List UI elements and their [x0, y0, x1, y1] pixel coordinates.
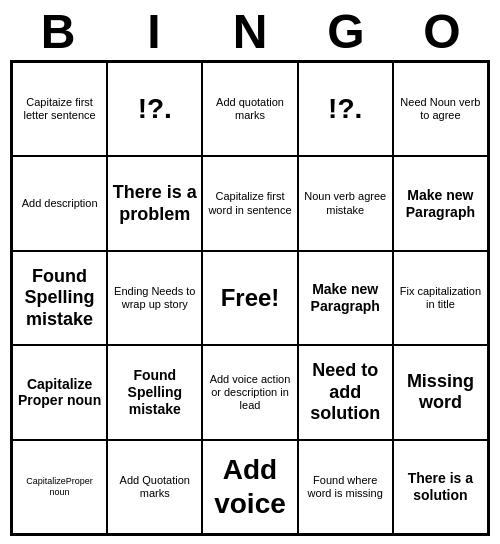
cell-r0-c0: Capitaize first letter sentence — [12, 62, 107, 156]
cell-r2-c4: Fix capitalization in title — [393, 251, 488, 345]
cell-r4-c2: Add voice — [202, 440, 297, 534]
cell-r1-c3: Noun verb agree mistake — [298, 156, 393, 250]
cell-r2-c2: Free! — [202, 251, 297, 345]
cell-r2-c0: Found Spelling mistake — [12, 251, 107, 345]
cell-r0-c4: Need Noun verb to agree — [393, 62, 488, 156]
cell-r0-c2: Add quotation marks — [202, 62, 297, 156]
cell-r3-c3: Need to add solution — [298, 345, 393, 439]
cell-r3-c4: Missing word — [393, 345, 488, 439]
cell-r3-c1: Found Spelling mistake — [107, 345, 202, 439]
cell-r4-c4: There is a solution — [393, 440, 488, 534]
cell-r3-c2: Add voice action or description in lead — [202, 345, 297, 439]
cell-r1-c4: Make new Paragraph — [393, 156, 488, 250]
cell-r4-c0: CapitalizeProper noun — [12, 440, 107, 534]
letter-n: N — [202, 8, 298, 56]
cell-r4-c3: Found where word is missing — [298, 440, 393, 534]
letter-b: B — [10, 8, 106, 56]
bingo-grid: Capitaize first letter sentence!?.Add qu… — [10, 60, 490, 536]
letter-g: G — [298, 8, 394, 56]
cell-r1-c1: There is a problem — [107, 156, 202, 250]
cell-r2-c1: Ending Needs to wrap up story — [107, 251, 202, 345]
cell-r1-c0: Add description — [12, 156, 107, 250]
cell-r3-c0: Capitalize Proper noun — [12, 345, 107, 439]
cell-r0-c3: !?. — [298, 62, 393, 156]
cell-r2-c3: Make new Paragraph — [298, 251, 393, 345]
cell-r1-c2: Capitalize first word in sentence — [202, 156, 297, 250]
cell-r0-c1: !?. — [107, 62, 202, 156]
bingo-title: B I N G O — [10, 8, 490, 56]
cell-r4-c1: Add Quotation marks — [107, 440, 202, 534]
letter-o: O — [394, 8, 490, 56]
letter-i: I — [106, 8, 202, 56]
